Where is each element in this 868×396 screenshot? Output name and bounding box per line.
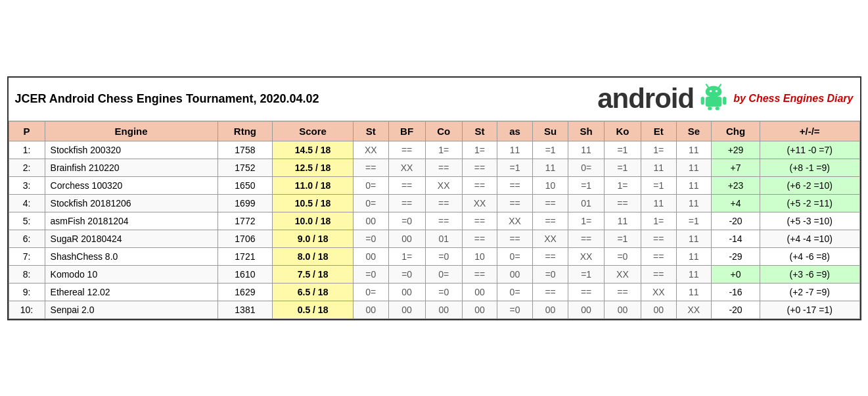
col-bf: BF [388, 121, 425, 141]
cell-co: 01 [425, 230, 462, 247]
cell-et: =1 [641, 176, 676, 194]
cell-st1: == [354, 159, 389, 176]
cell-co: == [425, 212, 462, 230]
cell-score: 10.5 / 18 [273, 194, 354, 212]
cell-engine: Ethereal 12.02 [45, 283, 217, 301]
cell-engine: Stockfish 20181206 [45, 194, 217, 212]
cell-plusminus: (+6 -2 =10) [760, 176, 859, 194]
cell-sh: XX [568, 247, 605, 265]
table-row: 4: Stockfish 20181206 1699 10.5 / 18 0= … [9, 194, 859, 212]
table-row: 10: Senpai 2.0 1381 0.5 / 18 00 00 00 00… [9, 301, 859, 318]
cell-chg: -20 [712, 212, 760, 230]
cell-ko: 1= [604, 176, 641, 194]
table-row: 3: Corchess 100320 1650 11.0 / 18 0= == … [9, 176, 859, 194]
cell-p: 2: [9, 159, 45, 176]
cell-score: 6.5 / 18 [273, 283, 354, 301]
cell-ko: 11 [604, 212, 641, 230]
cell-bf: 00 [388, 283, 425, 301]
cell-co: 1= [425, 141, 462, 159]
cell-ko: =1 [604, 230, 641, 247]
table-row: 9: Ethereal 12.02 1629 6.5 / 18 0= 00 =0… [9, 283, 859, 301]
cell-su: 11 [532, 159, 568, 176]
cell-st2: == [462, 176, 497, 194]
cell-chg: -20 [712, 301, 760, 318]
cell-as: 11 [497, 141, 533, 159]
cell-engine: Senpai 2.0 [45, 301, 217, 318]
cell-engine: asmFish 20181204 [45, 212, 217, 230]
col-st2: St [462, 121, 497, 141]
cell-bf: == [388, 176, 425, 194]
col-ko: Ko [604, 121, 641, 141]
cell-se: XX [676, 301, 712, 318]
cell-p: 3: [9, 176, 45, 194]
cell-p: 1: [9, 141, 45, 159]
cell-st1: 0= [354, 176, 389, 194]
cell-bf: 00 [388, 301, 425, 318]
cell-ko: =1 [604, 159, 641, 176]
cell-st2: == [462, 212, 497, 230]
cell-co: == [425, 194, 462, 212]
cell-engine: ShashChess 8.0 [45, 247, 217, 265]
cell-se: 11 [676, 265, 712, 283]
cell-st1: 00 [354, 247, 389, 265]
col-st1: St [354, 121, 389, 141]
cell-st2: 00 [462, 301, 497, 318]
cell-rtng: 1758 [217, 141, 272, 159]
header: JCER Android Chess Engines Tournament, 2… [9, 78, 860, 121]
cell-as: =0 [497, 301, 533, 318]
cell-st2: XX [462, 194, 497, 212]
cell-p: 9: [9, 283, 45, 301]
cell-st1: =0 [354, 265, 389, 283]
tournament-table: P Engine Rtng Score St BF Co St as Su Sh… [9, 121, 860, 319]
cell-score: 9.0 / 18 [273, 230, 354, 247]
cell-rtng: 1752 [217, 159, 272, 176]
cell-chg: +7 [712, 159, 760, 176]
col-se: Se [676, 121, 712, 141]
cell-et: == [641, 230, 676, 247]
cell-bf: =0 [388, 265, 425, 283]
cell-plusminus: (+3 -6 =9) [760, 265, 859, 283]
cell-score: 10.0 / 18 [273, 212, 354, 230]
cell-engine: Stockfish 200320 [45, 141, 217, 159]
cell-su: =1 [532, 141, 568, 159]
col-et: Et [641, 121, 676, 141]
col-as: as [497, 121, 533, 141]
cell-et: == [641, 265, 676, 283]
cell-bf: == [388, 141, 425, 159]
cell-chg: +4 [712, 194, 760, 212]
cell-plusminus: (+4 -6 =8) [760, 247, 859, 265]
cell-su: == [532, 283, 568, 301]
cell-sh: 11 [568, 141, 605, 159]
cell-se: 11 [676, 159, 712, 176]
cell-sh: 01 [568, 194, 605, 212]
cell-p: 4: [9, 194, 45, 212]
table-header-row: P Engine Rtng Score St BF Co St as Su Sh… [9, 121, 859, 141]
cell-su: XX [532, 230, 568, 247]
cell-chg: -14 [712, 230, 760, 247]
cell-rtng: 1629 [217, 283, 272, 301]
cell-su: 10 [532, 176, 568, 194]
table-row: 6: SugaR 20180424 1706 9.0 / 18 =0 00 01… [9, 230, 859, 247]
cell-score: 11.0 / 18 [273, 176, 354, 194]
cell-ko: 00 [604, 301, 641, 318]
table-row: 5: asmFish 20181204 1772 10.0 / 18 00 =0… [9, 212, 859, 230]
cell-st2: 00 [462, 283, 497, 301]
cell-et: 11 [641, 194, 676, 212]
cell-engine: Corchess 100320 [45, 176, 217, 194]
table-row: 1: Stockfish 200320 1758 14.5 / 18 XX ==… [9, 141, 859, 159]
cell-p: 6: [9, 230, 45, 247]
cell-et: XX [641, 283, 676, 301]
cell-as: == [497, 176, 533, 194]
cell-co: =0 [425, 283, 462, 301]
cell-sh: =1 [568, 176, 605, 194]
cell-su: == [532, 212, 568, 230]
cell-ko: == [604, 283, 641, 301]
cell-co: XX [425, 176, 462, 194]
cell-engine: Brainfish 210220 [45, 159, 217, 176]
cell-plusminus: (+8 -1 =9) [760, 159, 859, 176]
cell-st1: XX [354, 141, 389, 159]
android-robot-icon [699, 82, 728, 116]
svg-rect-8 [708, 107, 712, 110]
cell-st2: 1= [462, 141, 497, 159]
cell-score: 12.5 / 18 [273, 159, 354, 176]
